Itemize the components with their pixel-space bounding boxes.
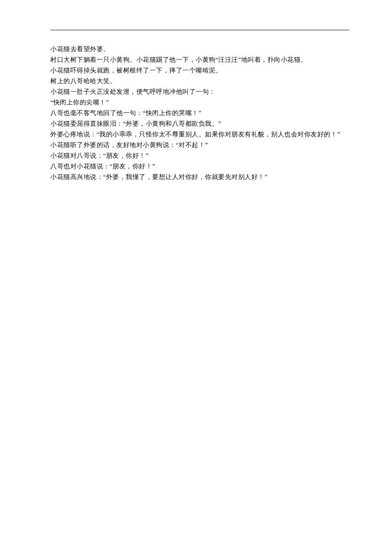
paragraph: 小花猫高兴地说：“外婆，我懂了，要想让人对你好，你就要先对别人好！” (50, 172, 349, 182)
paragraph: 小花猫一肚子火正没处发泄，便气呼呼地冲他叫了一句： (50, 87, 349, 97)
page-content: 小花猫去看望外婆。 村口大树下躺着一只小黄狗。小花猫踢了他一下，小黄狗“汪汪汪”… (0, 0, 392, 182)
paragraph: 小花猫委屈得直抹眼泪：“外婆，小黄狗和八哥都欺负我。” (50, 119, 349, 129)
paragraph: 小花猫对八哥说：“朋友，你好！” (50, 150, 349, 161)
header-rule (50, 30, 349, 30)
paragraph: 八哥也毫不客气地回了他一句：“快闭上你的哭嘴！” (50, 108, 349, 119)
paragraph: 小花猫吓得掉头就跑，被树根绊了一下，摔了一个嘴啃泥。 (50, 65, 349, 76)
paragraph: 村口大树下躺着一只小黄狗。小花猫踢了他一下，小黄狗“汪汪汪”地叫着，扑向小花猫。 (50, 55, 349, 65)
paragraph: 小花猫听了外婆的话，友好地对小黄狗说：“对不起！” (50, 140, 349, 150)
paragraph: 外婆心疼地说：“我的小乖乖，只怪你太不尊重别人。如果你对朋友有礼貌，别人也会对你… (50, 129, 349, 140)
paragraph: 小花猫去看望外婆。 (50, 44, 349, 55)
paragraph: 树上的八哥哈哈大笑。 (50, 76, 349, 87)
paragraph: “快闭上你的尖嘴！” (50, 97, 349, 108)
paragraph: 八哥也对小花猫说：“朋友，你好！” (50, 161, 349, 172)
